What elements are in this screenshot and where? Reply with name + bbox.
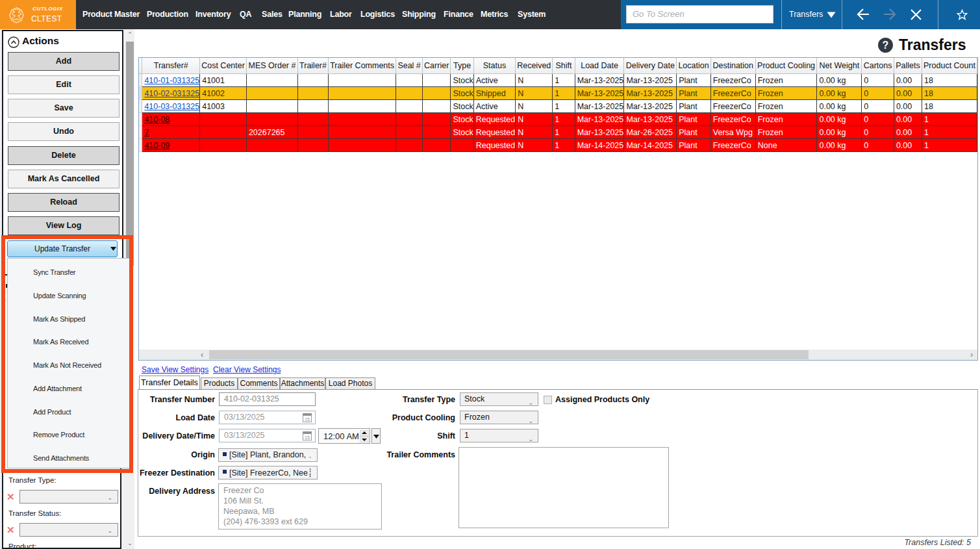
svg-text:15: 15 <box>305 417 310 422</box>
svg-text:15: 15 <box>305 435 310 440</box>
